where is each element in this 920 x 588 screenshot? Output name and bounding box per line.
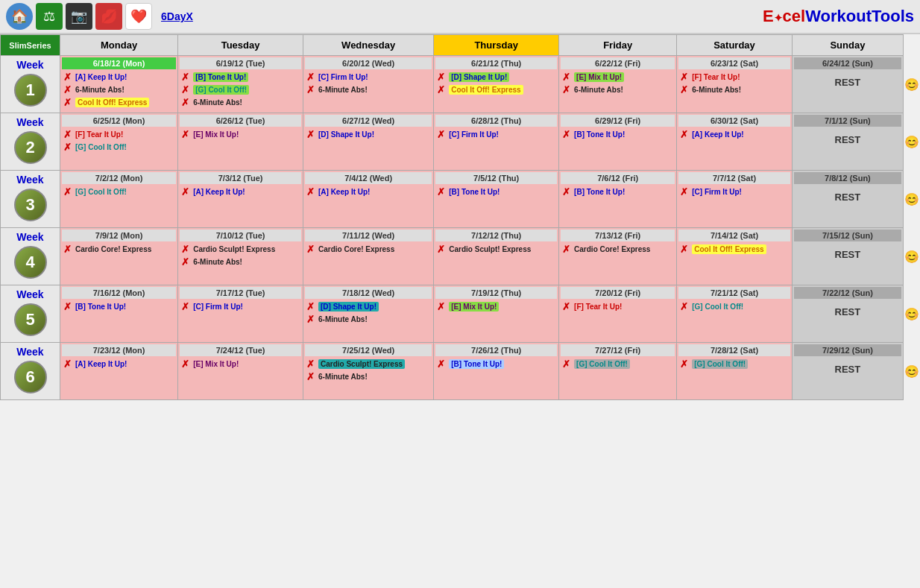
sixdayx-link[interactable]: 6DayX: [161, 10, 193, 22]
workout-text: [F] Tear It Up!: [692, 73, 740, 81]
date-header: 6/28/12 (Thu): [435, 115, 557, 127]
x-mark: ✗: [437, 84, 447, 95]
workout-text: 6-Minute Abs!: [318, 373, 368, 381]
workout-item: ✗ Cardio Sculpt! Express: [435, 243, 557, 256]
date-header: 6/26/12 (Tue): [180, 115, 301, 127]
date-header: 7/12/12 (Thu): [435, 230, 557, 241]
date-header: 7/18/12 (Wed): [305, 287, 432, 299]
workout-text: [D] Shape It Up!: [318, 302, 379, 312]
day-cell-monday: 6/18/12 (Mon) ✗ [A] Keep It Up! ✗ 6-Minu…: [60, 56, 178, 113]
workout-item: ✗ [F] Tear It Up!: [561, 300, 675, 313]
x-mark: ✗: [181, 186, 192, 197]
workout-text: [B] Tone It Up!: [193, 72, 248, 82]
workout-item: ✗ [D] Shape It Up!: [305, 128, 432, 141]
workout-item: ✗ [G] Cool It Off!: [180, 83, 301, 96]
workout-text: 6-Minute Abs!: [574, 86, 623, 94]
day-cell-monday: 7/16/12 (Mon) ✗ [B] Tone It Up!: [60, 285, 178, 343]
x-mark: ✗: [181, 256, 192, 268]
workout-item: ✗ Cool It Off! Express: [435, 83, 557, 96]
brand: E✦celWorkoutTools: [763, 7, 914, 26]
week-row: Week 5 7/16/12 (Mon) ✗ [B] Tone It Up! 7…: [1, 285, 920, 343]
workout-item: ✗ 6-Minute Abs!: [180, 256, 301, 268]
brand-excel: E: [763, 7, 774, 25]
workout-text: Cool It Off! Express: [692, 244, 766, 254]
date-header: 7/15/12 (Sun): [794, 230, 901, 241]
x-mark: ✗: [181, 244, 192, 255]
workout-item: ✗ 6-Minute Abs!: [305, 83, 432, 96]
rest-label: REST: [794, 71, 901, 94]
day-cell-sunday: 7/29/12 (Sun) REST: [792, 343, 903, 400]
x-mark: ✗: [562, 301, 573, 312]
workout-text: 6-Minute Abs!: [318, 315, 368, 323]
workout-text: [C] Firm It Up!: [449, 130, 499, 139]
workout-item: ✗ 6-Minute Abs!: [180, 96, 301, 109]
col-sunday: Sunday: [792, 35, 903, 56]
workout-text: Cool It Off! Express: [75, 98, 149, 107]
day-cell-thursday: 7/5/12 (Thu) ✗ [B] Tone It Up!: [434, 171, 559, 228]
date-header: 7/17/12 (Tue): [180, 287, 301, 299]
date-header: 7/11/12 (Wed): [305, 230, 432, 241]
week-row: Week 2 6/25/12 (Mon) ✗ [F] Tear It Up! ✗…: [1, 113, 920, 171]
home-icon[interactable]: 🏠: [6, 3, 33, 30]
date-header: 6/29/12 (Fri): [561, 115, 675, 127]
workout-item: ✗ [B] Tone It Up!: [180, 71, 301, 83]
date-header: 7/6/12 (Fri): [561, 172, 675, 184]
rest-label: REST: [794, 186, 901, 209]
workout-text: [D] Shape It Up!: [318, 130, 374, 139]
workout-text: [C] Firm It Up!: [692, 188, 742, 196]
x-mark: ✗: [63, 72, 74, 83]
workout-item: ✗ [E] Mix It Up!: [435, 300, 557, 313]
date-header: 6/23/12 (Sat): [678, 57, 790, 69]
date-header: 7/21/12 (Sat): [678, 287, 790, 299]
col-saturday: Saturday: [677, 35, 793, 56]
week-row: Week 1 6/18/12 (Mon) ✗ [A] Keep It Up! ✗…: [1, 56, 920, 113]
x-mark: ✗: [181, 72, 192, 83]
x-mark: ✗: [437, 244, 447, 255]
week-circle: 2: [14, 131, 47, 164]
x-mark: ✗: [562, 186, 573, 197]
workout-item: ✗ [G] Cool It Off!: [561, 358, 675, 370]
workout-text: [A] Keep It Up!: [318, 188, 370, 196]
day-cell-tuesday: 6/26/12 (Tue) ✗ [E] Mix It Up!: [178, 113, 303, 171]
column-headers: SlimSeries Monday Tuesday Wednesday Thur…: [1, 35, 920, 56]
camera-icon[interactable]: 📷: [66, 3, 92, 30]
x-mark: ✗: [562, 129, 573, 140]
workout-item: ✗ [A] Keep It Up!: [62, 358, 176, 370]
workout-item: ✗ [B] Tone It Up!: [435, 358, 557, 370]
workout-item: ✗ [E] Mix It Up!: [180, 128, 301, 141]
scale-icon[interactable]: ⚖: [36, 3, 63, 30]
x-mark: ✗: [437, 358, 447, 370]
workout-item: ✗ [C] Firm It Up!: [678, 186, 790, 198]
heart-icon[interactable]: ❤️: [125, 3, 152, 30]
date-header: 7/26/12 (Thu): [435, 344, 557, 356]
workout-text: [B] Tone It Up!: [75, 303, 126, 311]
workout-item: ✗ Cool It Off! Express: [62, 96, 176, 109]
lips-icon[interactable]: 💋: [95, 3, 122, 30]
week-label: Week 2: [1, 113, 60, 171]
x-mark: ✗: [680, 72, 690, 83]
day-cell-sunday: 6/24/12 (Sun) REST: [792, 56, 903, 113]
calendar-table: SlimSeries Monday Tuesday Wednesday Thur…: [0, 34, 920, 400]
x-mark: ✗: [562, 244, 573, 255]
date-header: 6/20/12 (Wed): [305, 57, 432, 69]
day-cell-friday: 7/20/12 (Fri) ✗ [F] Tear It Up!: [559, 285, 677, 343]
brand-excel2: cel: [783, 7, 806, 25]
day-cell-thursday: 6/21/12 (Thu) ✗ [D] Shape It Up! ✗ Cool …: [434, 56, 559, 113]
workout-item: ✗ [A] Keep It Up!: [678, 128, 790, 141]
x-mark: ✗: [306, 84, 317, 95]
rest-label: REST: [794, 128, 901, 151]
week-label: Week 4: [1, 228, 60, 285]
day-cell-tuesday: 6/19/12 (Tue) ✗ [B] Tone It Up! ✗ [G] Co…: [178, 56, 303, 113]
workout-text: [E] Mix It Up!: [193, 130, 239, 139]
day-cell-tuesday: 7/10/12 (Tue) ✗ Cardio Sculpt! Express ✗…: [178, 228, 303, 285]
date-header: 7/16/12 (Mon): [62, 287, 176, 299]
week-circle: 5: [14, 303, 47, 336]
workout-text: [B] Tone It Up!: [449, 188, 500, 196]
x-mark: ✗: [306, 244, 317, 255]
workout-text: 6-Minute Abs!: [318, 86, 368, 94]
week-text: Week: [4, 116, 57, 128]
date-header: 7/9/12 (Mon): [62, 230, 176, 241]
x-mark: ✗: [63, 97, 74, 108]
x-mark: ✗: [680, 186, 690, 197]
workout-text: [G] Cool It Off!: [193, 85, 249, 95]
